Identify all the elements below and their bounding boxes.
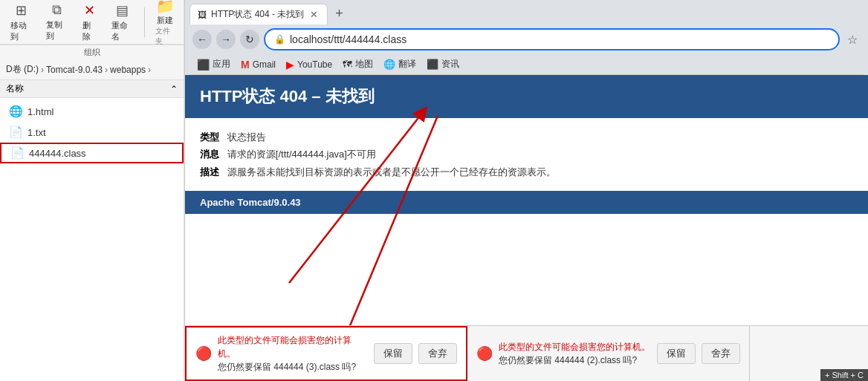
- back-button[interactable]: ←: [192, 30, 212, 49]
- new-sub-label: 文件夹: [155, 26, 175, 47]
- organize-label: 组织: [0, 45, 184, 59]
- keep-msg-2: 您仍然要保留 444444 (2).class 吗?: [499, 354, 651, 367]
- keep-msg-1: 您仍然要保留 444444 (3).class 吗?: [218, 360, 368, 374]
- discard-button-1[interactable]: 舍弃: [418, 343, 457, 364]
- forward-button[interactable]: →: [216, 30, 236, 49]
- move-label: 移动到: [10, 20, 31, 42]
- address-text: localhost/ttt/444444.class: [290, 33, 407, 45]
- breadcrumb-part3: webapps: [110, 65, 146, 75]
- toolbar-separator: [144, 7, 145, 37]
- translate-icon: 🌐: [383, 59, 395, 70]
- breadcrumb-part2: Tomcat-9.0.43: [46, 65, 103, 75]
- bookmark-news-label: 资讯: [441, 58, 459, 71]
- breadcrumb-sep3: ›: [148, 65, 151, 75]
- error-body: 类型 状态报告 消息 请求的资源[/ttt/444444.java]不可用 描述…: [185, 118, 868, 191]
- rename-label: 重命名: [111, 20, 132, 42]
- tab-bar: 🖼 HTTP状态 404 - 未找到 ✕ +: [190, 3, 864, 25]
- new-tab-button[interactable]: +: [329, 3, 349, 25]
- bookmark-youtube-label: YouTube: [297, 59, 332, 70]
- breadcrumb-part1: D卷 (D:): [6, 63, 39, 76]
- error-footer: Apache Tomcat/9.0.43: [185, 191, 868, 214]
- file-icon-txt: 📄: [9, 126, 23, 139]
- move-icon: ⊞: [16, 2, 27, 19]
- move-button[interactable]: ⊞ 移动到: [6, 1, 36, 44]
- browser: 🖼 HTTP状态 404 - 未找到 ✕ + ← → ↻ 🔒 localhost…: [184, 0, 868, 381]
- browser-tab[interactable]: 🖼 HTTP状态 404 - 未找到 ✕: [190, 4, 328, 25]
- warn-icon-2: 🔴: [476, 345, 493, 362]
- gmail-icon: M: [241, 59, 250, 71]
- tab-close-button[interactable]: ✕: [308, 9, 320, 20]
- description-value: 源服务器未能找到目标资源的表示或者是不愿公开一个已经存在的资源表示。: [227, 166, 556, 178]
- tab-favicon: 🖼: [198, 10, 207, 20]
- lock-icon: 🔒: [274, 34, 285, 45]
- bookmarks-bar: ⬛ 应用 M Gmail ▶ YouTube 🗺 地图 🌐 翻译 ⬛ 资讯: [190, 54, 864, 75]
- error-message-row: 消息 请求的资源[/ttt/444444.java]不可用: [200, 146, 853, 163]
- refresh-button[interactable]: ↻: [240, 30, 259, 49]
- discard-button-2[interactable]: 舍弃: [702, 343, 740, 364]
- copy-icon: ⧉: [52, 2, 62, 18]
- bookmark-gmail-label: Gmail: [253, 59, 276, 70]
- download-item-1: 🔴 此类型的文件可能会损害您的计算机。 您仍然要保留 444444 (3).cl…: [185, 326, 467, 381]
- bookmark-button[interactable]: ☆: [844, 33, 861, 47]
- file-icon-class: 📄: [10, 146, 25, 160]
- type-value: 状态报告: [227, 131, 266, 143]
- tab-title: HTTP状态 404 - 未找到: [211, 8, 304, 21]
- keep-button-2[interactable]: 保留: [657, 343, 696, 364]
- bookmark-news[interactable]: ⬛ 资讯: [422, 56, 464, 72]
- sort-icon: ⌃: [170, 84, 178, 94]
- browser-content: HTTP状态 404 – 未找到 类型 状态报告 消息 请求的资源[/ttt/4…: [185, 75, 868, 381]
- file-icon-html: 🌐: [9, 105, 23, 118]
- address-box[interactable]: 🔒 localhost/ttt/444444.class: [264, 28, 840, 51]
- bookmark-translate[interactable]: 🌐 翻译: [379, 56, 421, 72]
- breadcrumb-sep2: ›: [105, 65, 108, 75]
- type-label: 类型: [200, 131, 219, 143]
- keep-button-1[interactable]: 保留: [374, 343, 412, 364]
- warn-msg-2: 此类型的文件可能会损害您的计算机。: [499, 340, 651, 354]
- column-name: 名称: [6, 82, 24, 95]
- file-item-1txt[interactable]: 📄 1.txt: [0, 122, 184, 143]
- bookmark-youtube[interactable]: ▶ YouTube: [282, 57, 337, 72]
- error-header: HTTP状态 404 – 未找到: [185, 75, 868, 118]
- file-item-1html[interactable]: 🌐 1.html: [0, 101, 184, 122]
- message-value: 请求的资源[/ttt/444444.java]不可用: [227, 149, 376, 160]
- address-bar-row: ← → ↻ 🔒 localhost/ttt/444444.class ☆: [190, 25, 864, 54]
- bookmark-maps-label: 地图: [355, 58, 373, 71]
- download-item-2: 🔴 此类型的文件可能会损害您的计算机。 您仍然要保留 444444 (2).cl…: [467, 326, 750, 381]
- breadcrumb-sep1: ›: [41, 65, 44, 75]
- copy-button[interactable]: ⧉ 复制到: [42, 1, 71, 43]
- shortcut-text: + Shift + C: [825, 371, 864, 380]
- bookmark-gmail[interactable]: M Gmail: [236, 57, 280, 72]
- warn-icon-1: 🔴: [195, 345, 212, 362]
- error-title: HTTP状态 404 – 未找到: [200, 87, 375, 105]
- file-item-class[interactable]: 📄 444444.class: [0, 143, 184, 163]
- delete-icon: ✕: [84, 2, 95, 19]
- copy-label: 复制到: [46, 19, 67, 42]
- bookmark-maps[interactable]: 🗺 地图: [338, 56, 378, 72]
- delete-label: 删除: [82, 20, 97, 42]
- browser-chrome: 🖼 HTTP状态 404 - 未找到 ✕ + ← → ↻ 🔒 localhost…: [185, 0, 868, 75]
- description-label: 描述: [200, 166, 219, 178]
- file-explorer: ⊞ 移动到 ⧉ 复制到 ✕ 删除 ▤ 重命名 📁 新建 文件夹 组织 D卷 (D…: [0, 0, 184, 381]
- new-label: 新建: [157, 15, 173, 26]
- file-list: 🌐 1.html 📄 1.txt 📄 444444.class: [0, 98, 184, 381]
- bookmark-apps[interactable]: ⬛ 应用: [192, 56, 235, 72]
- rename-button[interactable]: ▤ 重命名: [107, 1, 137, 44]
- error-type-row: 类型 状态报告: [200, 128, 853, 146]
- shortcut-hint: + Shift + C: [820, 369, 868, 381]
- download-bar: 🔴 此类型的文件可能会损害您的计算机。 您仍然要保留 444444 (3).cl…: [185, 325, 868, 381]
- new-folder-icon: 📁: [156, 0, 175, 15]
- file-name-1html: 1.html: [27, 106, 54, 117]
- file-list-header: 名称 ⌃: [0, 80, 184, 98]
- warn-msg-1: 此类型的文件可能会损害您的计算机。: [218, 333, 368, 360]
- news-icon: ⬛: [427, 59, 438, 70]
- delete-button[interactable]: ✕ 删除: [78, 1, 101, 44]
- maps-icon: 🗺: [343, 59, 352, 70]
- download-text-1: 此类型的文件可能会损害您的计算机。 您仍然要保留 444444 (3).clas…: [218, 333, 368, 374]
- error-description-row: 描述 源服务器未能找到目标资源的表示或者是不愿公开一个已经存在的资源表示。: [200, 163, 853, 180]
- toolbar: ⊞ 移动到 ⧉ 复制到 ✕ 删除 ▤ 重命名 📁 新建 文件夹: [0, 0, 184, 45]
- youtube-icon: ▶: [286, 59, 294, 71]
- file-name-class: 444444.class: [29, 148, 86, 159]
- apps-icon: ⬛: [197, 59, 210, 71]
- download-text-2: 此类型的文件可能会损害您的计算机。 您仍然要保留 444444 (2).clas…: [499, 340, 651, 367]
- new-button[interactable]: 📁 新建 文件夹: [152, 0, 178, 48]
